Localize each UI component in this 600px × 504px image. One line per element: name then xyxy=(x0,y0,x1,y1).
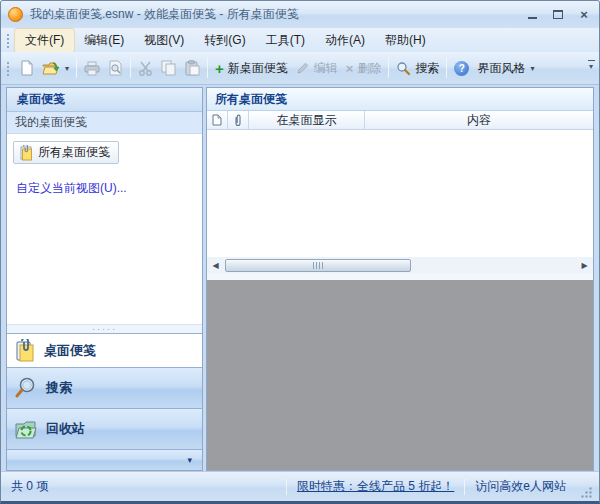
scroll-right-arrow[interactable]: ▶ xyxy=(577,261,592,270)
title-bar[interactable]: 我的桌面便笺.esnw - 效能桌面便笺 - 所有桌面便笺 × xyxy=(1,1,599,28)
sticky-note-icon xyxy=(18,145,33,161)
help-button[interactable]: ? xyxy=(450,56,473,80)
print-button[interactable] xyxy=(80,56,104,80)
nav-collapse-strip[interactable]: ▾ xyxy=(7,449,202,470)
thumb-grip-icon xyxy=(313,262,324,269)
ui-style-label: 界面风格 xyxy=(477,60,525,77)
help-icon: ? xyxy=(454,61,469,76)
scissors-icon xyxy=(138,61,153,76)
print-preview-icon xyxy=(108,60,123,76)
chevron-down-icon: ▾ xyxy=(187,455,192,465)
sidebar: 桌面便笺 我的桌面便笺 所有桌面便笺 自定义当前视图(U)... ····· 桌… xyxy=(6,87,203,471)
edit-note-label: 编辑 xyxy=(314,60,338,77)
sidebar-group-my-notes[interactable]: 我的桌面便笺 xyxy=(7,112,202,134)
menu-help[interactable]: 帮助(H) xyxy=(375,29,436,52)
search-icon xyxy=(396,61,411,76)
sidebar-splitter-handle[interactable]: ····· xyxy=(7,324,202,333)
toolbar-separator xyxy=(388,58,389,78)
chevron-down-icon: ▾ xyxy=(530,64,534,73)
nav-search[interactable]: 搜索 xyxy=(7,367,202,408)
app-icon xyxy=(8,7,23,22)
menu-goto[interactable]: 转到(G) xyxy=(194,29,255,52)
blank-page-icon xyxy=(19,60,34,76)
sticky-note-icon xyxy=(14,339,36,363)
status-bar: 共 0 项 限时特惠：全线产品 5 折起！ 访问高效e人网站 xyxy=(1,471,599,501)
chevron-down-icon: ▾ xyxy=(65,64,69,73)
sidebar-tree: 所有桌面便笺 自定义当前视图(U)... xyxy=(7,134,202,324)
website-link[interactable]: 访问高效e人网站 xyxy=(475,478,566,495)
paperclip-icon xyxy=(234,114,242,127)
horizontal-scrollbar[interactable]: ◀ ▶ xyxy=(207,257,593,274)
menu-tools[interactable]: 工具(T) xyxy=(256,29,315,52)
paste-button[interactable] xyxy=(181,56,204,80)
item-count: 共 0 项 xyxy=(11,478,48,495)
copy-icon xyxy=(161,60,177,76)
menu-bar: 文件(F) 编辑(E) 视图(V) 转到(G) 工具(T) 动作(A) 帮助(H… xyxy=(1,28,599,52)
nav-label: 桌面便笺 xyxy=(44,342,96,360)
cut-button[interactable] xyxy=(134,56,157,80)
sidebar-header: 桌面便笺 xyxy=(7,88,202,112)
list-column-headers: 在桌面显示 内容 xyxy=(207,111,593,130)
sidebar-item-all-notes[interactable]: 所有桌面便笺 xyxy=(13,141,119,164)
menu-actions[interactable]: 动作(A) xyxy=(315,29,375,52)
column-attachment[interactable] xyxy=(228,111,249,129)
plus-icon: + xyxy=(215,61,224,76)
nav-label: 搜索 xyxy=(46,379,72,397)
nav-label: 回收站 xyxy=(46,420,85,438)
toolbar-separator xyxy=(76,58,77,78)
sidebar-item-label: 所有桌面便笺 xyxy=(38,144,110,161)
empty-gray-region xyxy=(207,280,593,470)
menu-edit[interactable]: 编辑(E) xyxy=(74,29,134,52)
nav-recycle-bin[interactable]: 回收站 xyxy=(7,408,202,449)
status-separator xyxy=(464,479,465,495)
toolbar-overflow-button[interactable]: ▾ xyxy=(585,60,597,71)
paste-icon xyxy=(185,60,200,76)
toolbar-separator xyxy=(130,58,131,78)
column-display-on-desktop[interactable]: 在桌面显示 xyxy=(249,111,365,129)
status-separator xyxy=(286,479,287,495)
copy-button[interactable] xyxy=(157,56,181,80)
column-content[interactable]: 内容 xyxy=(365,111,593,129)
page-icon xyxy=(212,114,222,126)
toolbar-separator xyxy=(446,58,447,78)
print-preview-button[interactable] xyxy=(104,56,127,80)
customize-view-link[interactable]: 自定义当前视图(U)... xyxy=(16,180,202,197)
open-file-button[interactable]: ▾ xyxy=(38,56,73,80)
close-button[interactable]: × xyxy=(577,7,591,22)
main-panel-title: 所有桌面便笺 xyxy=(207,88,593,111)
minimize-button[interactable] xyxy=(525,8,539,22)
new-note-button[interactable]: + 新桌面便笺 xyxy=(211,56,292,80)
window-title: 我的桌面便笺.esnw - 效能桌面便笺 - 所有桌面便笺 xyxy=(30,6,525,23)
toolbar-grip-icon[interactable] xyxy=(6,60,10,76)
main-panel: 所有桌面便笺 在桌面显示 内容 ◀ ▶ xyxy=(206,87,594,471)
scroll-left-arrow[interactable]: ◀ xyxy=(208,261,223,270)
maximize-button[interactable] xyxy=(551,8,565,22)
new-note-label: 新桌面便笺 xyxy=(228,60,288,77)
search-button[interactable]: 搜索 xyxy=(392,56,443,80)
app-window: 我的桌面便笺.esnw - 效能桌面便笺 - 所有桌面便笺 × 文件(F) 编辑… xyxy=(0,0,600,504)
recycle-bin-icon xyxy=(14,418,38,440)
edit-note-button[interactable]: 编辑 xyxy=(292,56,342,80)
delete-note-label: 删除 xyxy=(357,60,381,77)
open-folder-icon xyxy=(42,61,60,76)
printer-icon xyxy=(84,61,100,76)
new-file-button[interactable] xyxy=(15,56,38,80)
resize-grip[interactable] xyxy=(580,486,593,499)
nav-desktop-notes[interactable]: 桌面便笺 xyxy=(7,333,202,367)
toolbar-grip-icon[interactable] xyxy=(6,32,10,48)
promo-link[interactable]: 限时特惠：全线产品 5 折起！ xyxy=(297,478,454,495)
ui-style-button[interactable]: 界面风格 ▾ xyxy=(473,56,538,80)
notes-list-empty[interactable] xyxy=(207,130,593,257)
delete-note-button[interactable]: × 删除 xyxy=(342,56,386,80)
toolbar: ▾ + 新桌面便笺 编辑 × 删除 xyxy=(1,52,599,85)
toolbar-separator xyxy=(207,58,208,78)
column-note-type[interactable] xyxy=(207,111,228,129)
menu-view[interactable]: 视图(V) xyxy=(134,29,194,52)
menu-file[interactable]: 文件(F) xyxy=(15,29,74,52)
pencil-icon xyxy=(296,61,310,75)
search-label: 搜索 xyxy=(415,60,439,77)
scrollbar-thumb[interactable] xyxy=(225,259,411,272)
x-icon: × xyxy=(346,62,354,75)
content-area: 桌面便笺 我的桌面便笺 所有桌面便笺 自定义当前视图(U)... ····· 桌… xyxy=(1,85,599,471)
search-icon xyxy=(14,376,38,400)
